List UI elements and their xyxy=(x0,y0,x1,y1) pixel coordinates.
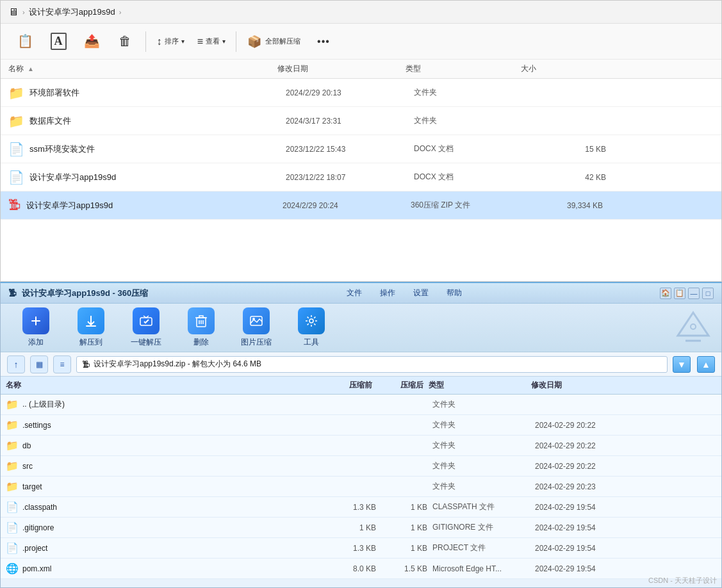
zip-tools-button[interactable]: 工具 xyxy=(289,307,334,348)
zip-list-item[interactable]: 📄 .project 1.3 KB 1 KB PROJECT 文件 2024-0… xyxy=(1,538,721,559)
zip-icon: 🗜 xyxy=(8,198,21,213)
zip-window-controls: 🏠 📋 — □ xyxy=(660,288,714,299)
zip-comp-size: 1 KB xyxy=(381,503,432,512)
zip-path-expand[interactable]: ▲ xyxy=(697,356,715,373)
zip-file-icon: 📁 xyxy=(6,480,19,493)
file-type: 文件夹 xyxy=(414,115,529,126)
zip-up-btn[interactable]: ↑ xyxy=(7,355,25,373)
zcol-header-orig[interactable]: 压缩前 xyxy=(326,380,377,391)
zip-menu-item[interactable]: 文件 xyxy=(344,286,365,300)
up-arrow-icon: ↑ xyxy=(14,359,19,370)
zip-list-item[interactable]: 🌐 pom.xml 8.0 KB 1.5 KB Microsoft Edge H… xyxy=(1,559,721,579)
sort-label: 排序 xyxy=(165,37,179,46)
zip-copy-btn[interactable]: 📋 xyxy=(674,288,685,299)
zip-list-item[interactable]: 📁 target 文件夹 2024-02-29 20:23 xyxy=(1,477,721,497)
file-list-item[interactable]: 📁 环境部署软件 2024/2/29 20:13 文件夹 xyxy=(1,79,721,107)
view-button[interactable]: ≡ 查看 ▾ xyxy=(192,28,231,56)
zip-file-name: target xyxy=(22,482,330,491)
zip-file-icon: 📄 xyxy=(6,521,19,534)
zip-list-item[interactable]: 📄 .classpath 1.3 KB 1 KB CLASSPATH 文件 20… xyxy=(1,497,721,518)
zip-onekey-label: 一键解压 xyxy=(131,337,161,348)
zip-maximize-btn[interactable]: □ xyxy=(702,288,714,299)
zip-menu-item[interactable]: 帮助 xyxy=(444,286,464,300)
zip-tools-label: 工具 xyxy=(304,337,319,348)
file-list-item[interactable]: 📄 设计安卓学习app19s9d 2023/12/22 18:07 DOCX 文… xyxy=(1,163,721,192)
zip-menu-item[interactable]: 设置 xyxy=(411,286,431,300)
zip-orig-size: 1.3 KB xyxy=(330,544,381,553)
watermark: CSDN - 天天桂子设计 xyxy=(648,576,717,585)
file-icon: 📄 xyxy=(8,170,24,185)
breadcrumb-text: 设计安卓学习app19s9d xyxy=(29,6,115,18)
zip-titlebar: 🗜 设计安卓学习app19s9d - 360压缩 文件操作设置帮助 🏠 📋 — … xyxy=(1,283,721,304)
col-header-size[interactable]: 大小 xyxy=(521,63,598,74)
file-size: 42 KB xyxy=(529,173,606,182)
col-header-name[interactable]: 名称 ▲ xyxy=(8,63,277,74)
zip-list-item[interactable]: 📁 .settings 文件夹 2024-02-29 20:22 xyxy=(1,415,721,436)
column-headers: 名称 ▲ 修改日期 类型 大小 xyxy=(1,60,721,79)
grid-icon: ▦ xyxy=(36,360,43,369)
file-icon: 📄 xyxy=(8,142,24,157)
zcol-header-comp[interactable]: 压缩后 xyxy=(377,380,429,391)
share-button[interactable]: 📤 xyxy=(76,28,107,56)
folder-icon: 📁 xyxy=(8,85,24,101)
zip-menu-item[interactable]: 操作 xyxy=(377,286,398,300)
col-sort-arrow: ▲ xyxy=(28,65,34,72)
zip-list-item[interactable]: 📁 .. (上级目录) 文件夹 xyxy=(1,395,721,415)
file-list-item[interactable]: 📁 数据库文件 2024/3/17 23:31 文件夹 xyxy=(1,107,721,135)
delete-button[interactable]: 🗑 xyxy=(110,28,140,56)
sort-button[interactable]: ↕ 排序 ▾ xyxy=(151,28,190,56)
zip-orig-size: 1.3 KB xyxy=(330,503,381,512)
rename-button[interactable]: A xyxy=(43,28,74,56)
zip-file-icon: 📁 xyxy=(6,419,19,431)
zip-path-icon: 🗜 xyxy=(82,360,90,369)
rename-icon: A xyxy=(51,33,67,50)
zip-minimize-btn[interactable]: — xyxy=(688,288,700,299)
file-list: 📁 环境部署软件 2024/2/29 20:13 文件夹 📁 数据库文件 202… xyxy=(1,79,721,220)
zip-list-btn[interactable]: ≡ xyxy=(53,355,71,373)
zip-onekey-button[interactable]: 一键解压 xyxy=(124,307,168,348)
file-date: 2024/2/29 20:24 xyxy=(283,201,411,210)
zip-imgcomp-label: 图片压缩 xyxy=(241,337,272,348)
zip-extract-label: 解压到 xyxy=(79,337,103,348)
zip-grid-btn[interactable]: ▦ xyxy=(30,355,48,373)
copy-button[interactable]: 📋 xyxy=(10,28,40,56)
col-header-date[interactable]: 修改日期 xyxy=(277,63,406,74)
scan-decoration xyxy=(673,307,714,348)
zip-list-item[interactable]: 📁 src 文件夹 2024-02-29 20:22 xyxy=(1,456,721,477)
zip-file-date: 2024-02-29 20:22 xyxy=(535,441,637,450)
zip-file-type: 文件夹 xyxy=(432,420,535,430)
zcol-header-date[interactable]: 修改日期 xyxy=(531,380,634,391)
zip-window-title: 设计安卓学习app19s9d - 360压缩 xyxy=(22,288,148,299)
view-chevron: ▾ xyxy=(222,38,226,45)
zip-home-btn[interactable]: 🏠 xyxy=(660,288,671,299)
zip-add-button[interactable]: 添加 xyxy=(13,307,58,348)
file-date: 2024/3/17 23:31 xyxy=(286,117,414,126)
toolbar-divider2 xyxy=(236,31,236,52)
file-name: 环境部署软件 xyxy=(29,87,286,99)
zip-extract-button[interactable]: 解压到 xyxy=(69,307,113,348)
zip-file-type: CLASSPATH 文件 xyxy=(432,502,535,512)
toolbar-divider1 xyxy=(145,31,146,52)
zcol-header-name[interactable]: 名称 xyxy=(6,380,326,391)
zip-list-item[interactable]: 📄 .gitignore 1 KB 1 KB GITIGNORE 文件 2024… xyxy=(1,518,721,538)
zip-path-dropdown[interactable]: ▼ xyxy=(673,356,691,373)
zip-delete-button[interactable]: 删除 xyxy=(179,307,224,348)
zip-file-name: .settings xyxy=(22,421,330,430)
more-icon: ••• xyxy=(317,36,330,47)
more-button[interactable]: ••• xyxy=(308,28,339,56)
zip-file-icon: 📁 xyxy=(6,398,19,411)
view-icon: ≡ xyxy=(197,36,203,47)
file-name: 设计安卓学习app19s9d xyxy=(26,200,283,211)
zcol-header-type[interactable]: 类型 xyxy=(429,380,531,391)
zip-column-headers: 名称 压缩前 压缩后 类型 修改日期 xyxy=(1,377,721,395)
file-list-item[interactable]: 🗜 设计安卓学习app19s9d 2024/2/29 20:24 360压缩 Z… xyxy=(1,192,721,220)
zip-list-item[interactable]: 📁 db 文件夹 2024-02-29 20:22 xyxy=(1,436,721,456)
file-list-item[interactable]: 📄 ssm环境安装文件 2023/12/22 15:43 DOCX 文档 15 … xyxy=(1,135,721,163)
zip-window: 🗜 设计安卓学习app19s9d - 360压缩 文件操作设置帮助 🏠 📋 — … xyxy=(0,282,722,588)
zip-file-date: 2024-02-29 20:22 xyxy=(535,421,637,430)
col-header-type[interactable]: 类型 xyxy=(406,63,521,74)
extract-all-button[interactable]: 📦 全部解压缩 xyxy=(242,28,306,56)
zip-file-icon: 📁 xyxy=(6,439,19,452)
zip-delete-label: 删除 xyxy=(193,337,209,348)
zip-imgcomp-button[interactable]: 图片压缩 xyxy=(234,307,279,348)
